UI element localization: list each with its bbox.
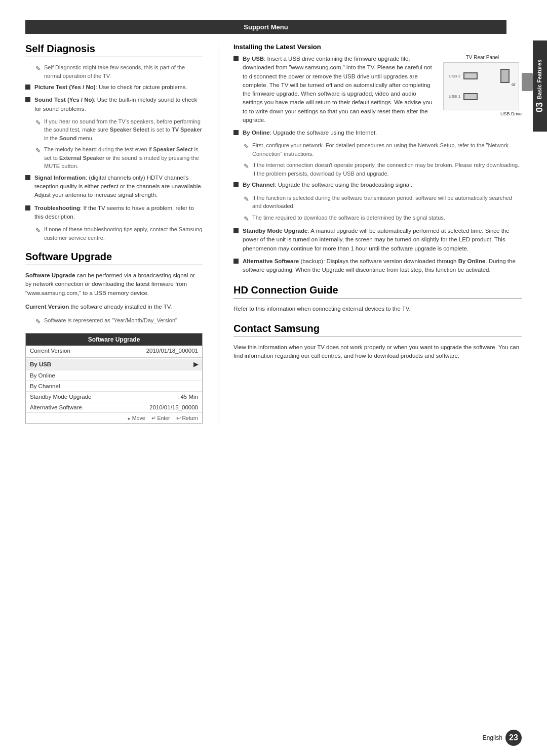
sound-test-note1: ✎ If you hear no sound from the TV's spe… xyxy=(35,117,203,143)
tv-diagram-area: TV Rear Panel USB 2 USB 1 xyxy=(443,55,522,116)
or-label: or xyxy=(512,82,516,87)
software-upgrade-title: Software Upgrade xyxy=(25,251,203,265)
pencil-icon: ✎ xyxy=(35,64,41,74)
optical-port xyxy=(500,69,510,83)
bullet-square-icon xyxy=(233,259,239,264)
signal-info-bullet: Signal Information: (digital channels on… xyxy=(25,174,203,200)
by-online-note1: ✎ First, configure your network. For det… xyxy=(244,141,522,158)
bullet-square-icon xyxy=(233,182,239,187)
by-usb-content: TV Rear Panel USB 2 USB 1 xyxy=(233,55,522,129)
chapter-title: Basic Features xyxy=(536,60,543,99)
sw-row-by-usb[interactable]: By USB ▶ xyxy=(26,359,202,370)
standby-mode-bullet: Standby Mode Upgrade: A manual upgrade w… xyxy=(233,227,522,253)
by-channel-note1: ✎ If the function is selected during the… xyxy=(244,194,522,211)
usb1-label: USB 1 xyxy=(449,94,460,99)
by-online-label: By Online xyxy=(243,130,270,136)
software-note-text: Software is represented as "Year/Month/D… xyxy=(44,316,203,325)
page-number: 23 xyxy=(505,730,522,746)
usb1-port xyxy=(463,93,478,100)
contact-samsung-title: Contact Samsung xyxy=(233,323,522,337)
by-usb-label: By USB xyxy=(243,56,264,62)
picture-test-bullet: Picture Test (Yes / No): Use to check fo… xyxy=(25,83,203,92)
by-channel-bullet: By Channel: Upgrade the software using t… xyxy=(233,181,522,189)
pencil-icon: ✎ xyxy=(35,317,41,327)
by-channel-note2: ✎ The time required to download the soft… xyxy=(244,214,522,224)
by-usb-bullet: By USB: Insert a USB drive containing th… xyxy=(233,55,436,124)
alternative-software-bullet: Alternative Software (backup): Displays … xyxy=(233,257,522,275)
by-channel-label: By Channel xyxy=(243,182,275,188)
pencil-icon: ✎ xyxy=(244,161,249,172)
sw-row-by-online[interactable]: By Online xyxy=(26,370,202,381)
chapter-side-tab: 03 Basic Features xyxy=(533,40,547,132)
pencil-icon: ✎ xyxy=(244,194,249,204)
troubleshooting-bullet: Troubleshooting: If the TV seems to have… xyxy=(25,204,203,222)
bullet-square-icon xyxy=(233,130,239,135)
contact-samsung-text: View this information when your TV does … xyxy=(233,343,522,361)
pencil-icon: ✎ xyxy=(35,226,41,236)
usb-drive-shape xyxy=(522,73,533,91)
sound-test-bullet: Sound Test (Yes / No): Use the built-in … xyxy=(25,96,203,113)
picture-test-bold: Picture Test (Yes / No) xyxy=(34,84,96,90)
software-note: ✎ Software is represented as "Year/Month… xyxy=(35,316,203,327)
usb1-row: USB 1 xyxy=(449,93,478,100)
signal-info-bold: Signal Information xyxy=(34,175,86,181)
sound-test-bold: Sound Test (Yes / No) xyxy=(34,97,94,103)
usb2-row: USB 2 xyxy=(449,72,478,79)
page-container: 03 Basic Features Support Menu Self Diag… xyxy=(0,0,547,756)
sw-nav-row: ⬥ Move ↵ Enter ↩ Return xyxy=(26,413,202,423)
bullet-square-icon xyxy=(25,205,30,211)
bullet-square-icon xyxy=(25,85,30,90)
bullet-square-icon xyxy=(25,175,30,180)
page-footer: English 23 xyxy=(483,730,522,746)
tv-diagram-image: USB 2 USB 1 or xyxy=(443,62,519,110)
pencil-icon: ✎ xyxy=(35,118,41,128)
pencil-icon: ✎ xyxy=(244,214,249,224)
troubleshooting-bold: Troubleshooting xyxy=(34,205,80,211)
software-upgrade-table: Software Upgrade Current Version 2010/01… xyxy=(25,333,203,424)
software-upgrade-intro: Software Upgrade can be performed via a … xyxy=(25,271,203,298)
troubleshooting-note: ✎ If none of these troubleshooting tips … xyxy=(35,225,203,242)
self-diagnosis-section: Self Diagnosis ✎ Self Diagnostic might t… xyxy=(25,43,203,242)
usb2-label: USB 2 xyxy=(449,74,460,78)
self-diagnosis-intro: ✎ Self Diagnostic might take few seconds… xyxy=(35,63,203,80)
support-menu-header: Support Menu xyxy=(25,20,506,34)
contact-samsung-section: Contact Samsung View this information wh… xyxy=(233,323,522,361)
right-column: Installing the Latest Version TV Rear Pa… xyxy=(218,43,532,424)
bullet-square-icon xyxy=(233,56,239,61)
pencil-icon: ✎ xyxy=(35,146,41,156)
by-online-bullet: By Online: Upgrade the software using th… xyxy=(233,129,522,137)
content-wrapper: Self Diagnosis ✎ Self Diagnostic might t… xyxy=(0,43,547,424)
sw-table-header: Software Upgrade xyxy=(26,333,202,346)
installing-title: Installing the Latest Version xyxy=(233,43,522,51)
hd-connection-section: HD Connection Guide Refer to this inform… xyxy=(233,284,522,313)
self-diagnosis-title: Self Diagnosis xyxy=(25,43,203,57)
hd-connection-text: Refer to this information when connectin… xyxy=(233,305,522,313)
pencil-icon: ✎ xyxy=(244,142,249,152)
bullet-square-icon xyxy=(233,228,239,233)
sound-test-note2: ✎ The melody be heard during the test ev… xyxy=(35,145,203,171)
chapter-number: 03 xyxy=(533,102,546,112)
bullet-square-icon xyxy=(25,97,30,102)
sw-row-alternative[interactable]: Alternative Software 2010/01/15_00000 xyxy=(26,402,202,413)
hd-connection-title: HD Connection Guide xyxy=(233,284,522,299)
sw-row-standby[interactable]: Standby Mode Upgrade : 45 Min xyxy=(26,392,202,402)
sw-row-current-version: Current Version 2010/01/18_000001 xyxy=(26,346,202,356)
by-online-note2: ✎ If the internet connection doesn't ope… xyxy=(244,161,522,178)
alternative-software-label: Alternative Software xyxy=(243,258,299,264)
tv-rear-panel-label: TV Rear Panel xyxy=(443,55,522,60)
left-column: Self Diagnosis ✎ Self Diagnostic might t… xyxy=(0,43,218,424)
standby-mode-label: Standby Mode Upgrade xyxy=(243,228,307,234)
language-label: English xyxy=(483,734,502,741)
sw-row-by-channel[interactable]: By Channel xyxy=(26,381,202,392)
usb-drive-label: USB Drive xyxy=(443,111,522,116)
current-version-text: Current Version the software already ins… xyxy=(25,303,203,311)
usb2-port xyxy=(463,72,478,79)
installing-section: Installing the Latest Version TV Rear Pa… xyxy=(233,43,522,274)
software-upgrade-section: Software Upgrade Software Upgrade can be… xyxy=(25,251,203,424)
